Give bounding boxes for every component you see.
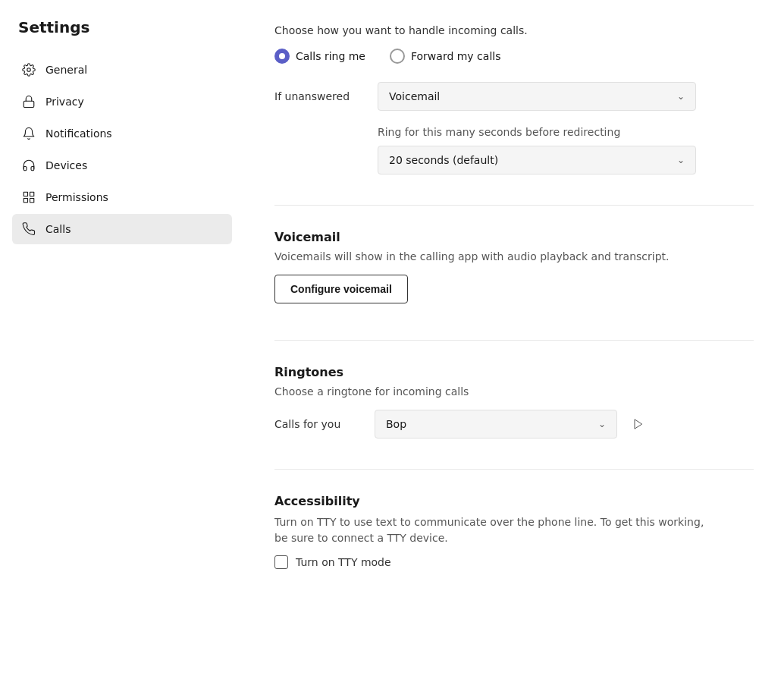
ringtones-heading: Ringtones [274,365,754,379]
incoming-calls-radio-group: Calls ring me Forward my calls [274,49,754,64]
voicemail-description: Voicemails will show in the calling app … [274,250,729,262]
ringtone-chevron-icon: ⌄ [598,419,606,429]
ring-seconds-dropdown[interactable]: 20 seconds (default) ⌄ [378,146,696,174]
accessibility-heading: Accessibility [274,494,754,508]
if-unanswered-value: Voicemail [389,90,440,102]
calls-ring-me-option[interactable]: Calls ring me [274,49,365,64]
svg-rect-2 [24,192,27,196]
ring-seconds-value: 20 seconds (default) [389,154,498,166]
sidebar-item-general[interactable]: General [12,55,232,85]
forward-calls-radio[interactable] [390,49,405,64]
main-content: Choose how you want to handle incoming c… [244,0,784,679]
ring-seconds-description: Ring for this many seconds before redire… [378,126,754,138]
accessibility-section: Accessibility Turn on TTY to use text to… [274,494,754,569]
chevron-down-icon: ⌄ [677,91,685,102]
calls-ring-me-label: Calls ring me [296,50,365,62]
incoming-calls-section: Choose how you want to handle incoming c… [274,24,754,174]
tty-mode-checkbox[interactable] [274,555,288,569]
calls-for-you-row: Calls for you Bop ⌄ [274,410,754,439]
tty-mode-row: Turn on TTY mode [274,555,754,569]
accessibility-description: Turn on TTY to use text to communicate o… [274,514,714,546]
sidebar-item-devices[interactable]: Devices [12,150,232,181]
ring-seconds-section: Ring for this many seconds before redire… [378,126,754,174]
bell-icon [21,126,36,141]
divider-3 [274,469,754,470]
tty-mode-label: Turn on TTY mode [296,556,391,568]
grid-icon [21,190,36,205]
forward-calls-option[interactable]: Forward my calls [390,49,500,64]
voicemail-section: Voicemail Voicemails will show in the ca… [274,230,754,310]
svg-rect-1 [24,101,34,107]
divider-2 [274,340,754,341]
settings-title: Settings [12,18,232,36]
if-unanswered-label: If unanswered [274,90,365,102]
ringtone-dropdown[interactable]: Bop ⌄ [375,410,617,439]
sidebar-item-notifications[interactable]: Notifications [12,118,232,149]
phone-icon [21,222,36,237]
ringtones-section: Ringtones Choose a ringtone for incoming… [274,365,754,439]
configure-voicemail-button[interactable]: Configure voicemail [274,275,408,303]
ringtones-description: Choose a ringtone for incoming calls [274,385,729,398]
svg-point-0 [27,68,31,72]
calls-for-you-label: Calls for you [274,418,365,430]
sidebar-item-notifications-label: Notifications [45,127,112,140]
headset-icon [21,158,36,173]
svg-rect-3 [30,192,34,196]
svg-rect-4 [24,199,27,203]
sidebar-item-devices-label: Devices [45,159,87,171]
calls-ring-me-radio[interactable] [274,49,290,64]
ring-seconds-chevron-icon: ⌄ [677,155,685,165]
divider-1 [274,205,754,206]
sidebar-item-permissions-label: Permissions [45,191,108,203]
svg-rect-5 [30,199,34,203]
if-unanswered-dropdown[interactable]: Voicemail ⌄ [378,82,696,111]
play-button[interactable] [626,412,651,436]
sidebar-item-permissions[interactable]: Permissions [12,182,232,212]
if-unanswered-row: If unanswered Voicemail ⌄ [274,82,754,111]
sidebar-item-privacy-label: Privacy [45,96,84,108]
sidebar-item-calls[interactable]: Calls [12,214,232,244]
incoming-calls-description: Choose how you want to handle incoming c… [274,24,754,36]
gear-icon [21,62,36,77]
ringtone-value: Bop [386,418,406,430]
sidebar: Settings General Privacy Notifications [0,0,244,679]
forward-calls-label: Forward my calls [411,50,500,62]
lock-icon [21,94,36,109]
sidebar-item-general-label: General [45,64,87,76]
svg-marker-6 [635,420,641,429]
voicemail-heading: Voicemail [274,230,754,244]
sidebar-item-calls-label: Calls [45,223,71,235]
sidebar-item-privacy[interactable]: Privacy [12,86,232,117]
